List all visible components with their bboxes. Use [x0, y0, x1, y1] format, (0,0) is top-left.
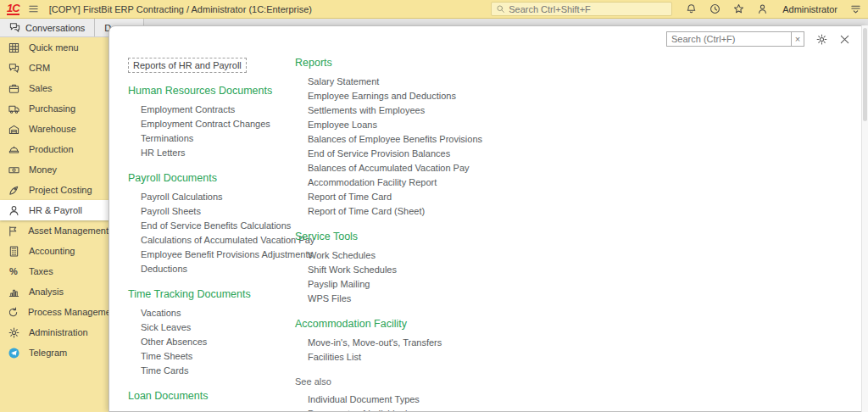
- sidebar-item-administration[interactable]: Administration: [0, 322, 108, 342]
- nav-link-work-schedules[interactable]: Work Schedules: [295, 248, 541, 263]
- sidebar-item-production[interactable]: Production: [0, 139, 108, 159]
- global-search[interactable]: [491, 2, 672, 16]
- sidebar-item-analysis[interactable]: Analysis: [0, 281, 108, 302]
- nav-link-other-absences[interactable]: Other Absences: [128, 335, 310, 349]
- favorites-icon[interactable]: [733, 3, 744, 14]
- nav-link-employment-contracts[interactable]: Employment Contracts: [128, 103, 310, 117]
- section-title[interactable]: See also: [295, 376, 541, 387]
- nav-link-documents-of-individuals[interactable]: Documents of Individuals: [295, 407, 541, 412]
- sidebar-item-label: Production: [29, 144, 74, 154]
- sidebar-item-sales[interactable]: Sales: [0, 78, 108, 98]
- service-menu-icon[interactable]: [850, 3, 861, 14]
- sidebar-item-money[interactable]: Money: [0, 159, 108, 180]
- panel-search-input[interactable]: [666, 31, 792, 47]
- panel-search[interactable]: ×: [666, 31, 804, 47]
- nav-link-employment-contract-changes[interactable]: Employment Contract Changes: [128, 117, 310, 131]
- warehouse-icon: [8, 124, 19, 135]
- sidebar-item-crm[interactable]: CRM: [0, 58, 108, 78]
- sidebar-item-label: Project Costing: [29, 185, 92, 195]
- tab-conversations[interactable]: Conversations: [0, 19, 95, 36]
- sidebar-item-label: CRM: [29, 63, 50, 73]
- sidebar-item-label: Accounting: [29, 246, 75, 256]
- sidebar-item-warehouse[interactable]: Warehouse: [0, 119, 108, 139]
- nav-link-loans-to-employees[interactable]: Loans to Employees: [128, 408, 310, 412]
- sidebar-item-quick-menu[interactable]: Quick menu: [0, 37, 108, 58]
- sidebar-item-telegram[interactable]: Telegram: [0, 342, 108, 363]
- sidebar-item-taxes[interactable]: %Taxes: [0, 261, 108, 281]
- telegram-icon: [8, 348, 19, 359]
- nav-link-time-cards[interactable]: Time Cards: [128, 364, 310, 378]
- nav-link-vacations[interactable]: Vacations: [128, 306, 310, 320]
- nav-link-settlements-with-employees[interactable]: Settlements with Employees: [295, 103, 541, 118]
- section-human-resources-documents: Human Resources DocumentsEmployment Cont…: [128, 85, 310, 160]
- section-title[interactable]: Payroll Documents: [128, 172, 310, 184]
- clear-search-button[interactable]: ×: [792, 31, 804, 47]
- notifications-icon[interactable]: [686, 3, 697, 14]
- section-title[interactable]: Reports: [295, 57, 541, 69]
- section-accommodation-facility: Accommodation FacilityMove-in's, Move-ou…: [295, 318, 541, 365]
- sidebar-item-process-management[interactable]: Process Management: [0, 302, 108, 322]
- nav-link-end-of-service-provision-balances[interactable]: End of Service Provision Balances: [295, 147, 541, 161]
- nav-link-end-of-service-benefits-calculations[interactable]: End of Service Benefits Calculations: [128, 219, 310, 233]
- nav-link-sick-leaves[interactable]: Sick Leaves: [128, 320, 310, 335]
- nav-link-individual-document-types[interactable]: Individual Document Types: [295, 393, 541, 407]
- helmet-icon: [8, 144, 19, 155]
- nav-link-balances-of-accumulated-vacation-pay[interactable]: Balances of Accumulated Vacation Pay: [295, 161, 541, 175]
- nav-link-deductions[interactable]: Deductions: [128, 262, 310, 276]
- nav-link-payroll-sheets[interactable]: Payroll Sheets: [128, 204, 310, 219]
- sidebar-item-purchasing[interactable]: Purchasing: [0, 98, 108, 119]
- sidebar: Quick menuCRMSalesPurchasingWarehousePro…: [0, 37, 108, 412]
- chat-icon: [8, 63, 19, 74]
- nav-link-move-in-s-move-out-s-transfers[interactable]: Move-in's, Move-out's, Transfers: [295, 336, 541, 350]
- sidebar-item-project-costing[interactable]: Project Costing: [0, 180, 108, 200]
- nav-link-terminations[interactable]: Terminations: [128, 131, 310, 146]
- sidebar-item-label: HR & Payroll: [29, 205, 82, 215]
- nav-link-wps-files[interactable]: WPS Files: [295, 292, 541, 306]
- section-title[interactable]: Loan Documents: [128, 390, 310, 402]
- sidebar-item-label: Analysis: [29, 287, 64, 297]
- nav-link-payroll-calculations[interactable]: Payroll Calculations: [128, 190, 310, 204]
- nav-link-balances-of-employee-benefits-provisions[interactable]: Balances of Employee Benefits Provisions: [295, 132, 541, 147]
- window-title: [COPY] FirstBit ERP Contracting / Admini…: [49, 4, 312, 14]
- nav-link-accommodation-facility-report[interactable]: Accommodation Facility Report: [295, 175, 541, 190]
- nav-link-employee-loans[interactable]: Employee Loans: [295, 118, 541, 132]
- sidebar-item-accounting[interactable]: Accounting: [0, 241, 108, 261]
- user-icon[interactable]: [757, 3, 768, 14]
- history-icon[interactable]: [709, 3, 721, 14]
- scrollbar-thumb[interactable]: [863, 28, 867, 121]
- nav-link-hr-letters[interactable]: HR Letters: [128, 146, 310, 160]
- section-title[interactable]: Human Resources Documents: [128, 85, 310, 97]
- nav-link-calculations-of-accumulated-vacation-pay[interactable]: Calculations of Accumulated Vacation Pay: [128, 233, 310, 248]
- root-section-link[interactable]: Reports of HR and Payroll: [128, 58, 247, 73]
- nav-link-facilities-list[interactable]: Facilities List: [295, 350, 541, 365]
- section-payroll-documents: Payroll DocumentsPayroll CalculationsPay…: [128, 172, 310, 276]
- nav-link-time-sheets[interactable]: Time Sheets: [128, 349, 310, 364]
- settings-gear-icon[interactable]: [816, 34, 827, 45]
- nav-link-payslip-mailing[interactable]: Payslip Mailing: [295, 277, 541, 292]
- section-title[interactable]: Time Tracking Documents: [128, 288, 310, 300]
- titlebar-icons: Administrator: [686, 3, 861, 14]
- panel-toolbar: ×: [666, 31, 850, 47]
- section-see-also: See alsoIndividual Document TypesDocumen…: [295, 376, 541, 412]
- global-search-input[interactable]: [509, 4, 668, 14]
- nav-link-salary-statement[interactable]: Salary Statement: [295, 75, 541, 89]
- rocket-icon: [8, 185, 19, 196]
- close-icon[interactable]: [839, 34, 850, 45]
- sidebar-item-hr-payroll[interactable]: HR & Payroll: [0, 200, 112, 220]
- nav-link-report-of-time-card[interactable]: Report of Time Card: [295, 190, 541, 204]
- section-title[interactable]: Service Tools: [295, 231, 541, 242]
- section-reports: ReportsSalary StatementEmployee Earnings…: [295, 57, 541, 219]
- percent-icon: %: [8, 266, 19, 277]
- main-menu-icon[interactable]: [28, 3, 39, 14]
- nav-link-employee-benefit-provisions-adjustments[interactable]: Employee Benefit Provisions Adjustments: [128, 248, 310, 262]
- search-icon: [497, 4, 505, 13]
- nav-link-employee-earnings-and-deductions[interactable]: Employee Earnings and Deductions: [295, 89, 541, 103]
- nav-link-shift-work-schedules[interactable]: Shift Work Schedules: [295, 263, 541, 277]
- nav-link-report-of-time-card-sheet[interactable]: Report of Time Card (Sheet): [295, 204, 541, 219]
- chat-icon: [9, 22, 20, 33]
- calculator-icon: [8, 246, 19, 257]
- sidebar-item-asset-management[interactable]: Asset Management: [0, 220, 108, 241]
- section-title[interactable]: Accommodation Facility: [295, 318, 541, 330]
- scrollbar[interactable]: [861, 25, 868, 412]
- truck-icon: [8, 103, 19, 114]
